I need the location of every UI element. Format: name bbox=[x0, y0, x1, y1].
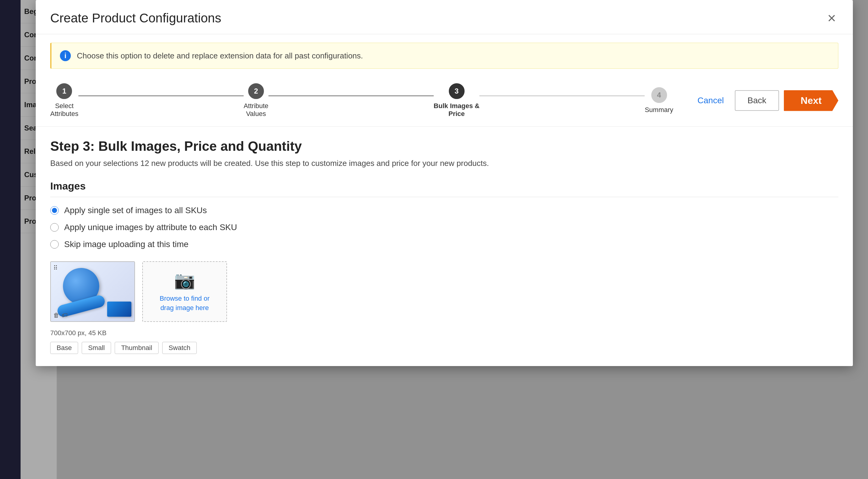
modal-title: Create Product Configurations bbox=[50, 11, 221, 25]
info-icon: i bbox=[60, 50, 71, 61]
step-3: 3 Bulk Images &Price bbox=[434, 83, 480, 118]
drag-handle-icon: ⠿ bbox=[53, 264, 58, 272]
step-1-circle: 1 bbox=[56, 83, 72, 99]
images-section: Images Apply single set of images to all… bbox=[50, 180, 838, 354]
tag-swatch: Swatch bbox=[162, 342, 197, 354]
step-1-label: SelectAttributes bbox=[50, 102, 79, 118]
delete-image-icon[interactable]: 🗑 bbox=[53, 312, 59, 319]
camera-icon: 📷 bbox=[174, 270, 195, 290]
step-line-2 bbox=[269, 95, 434, 96]
stepper: 1 SelectAttributes 2 AttributeValues 3 B… bbox=[50, 83, 673, 118]
radio-label-1: Apply unique images by attribute to each… bbox=[64, 222, 237, 232]
stepper-container: 1 SelectAttributes 2 AttributeValues 3 B… bbox=[36, 77, 853, 126]
step-2-label: AttributeValues bbox=[244, 102, 269, 118]
radio-input-1[interactable] bbox=[50, 223, 59, 232]
step-4-label: Summary bbox=[645, 106, 673, 114]
radio-option-2[interactable]: Skip image uploading at this time bbox=[50, 239, 838, 249]
image-tags: Base Small Thumbnail Swatch bbox=[50, 342, 838, 354]
step-2-circle: 2 bbox=[248, 83, 264, 99]
dark-sidebar bbox=[0, 0, 21, 479]
radio-option-0[interactable]: Apply single set of images to all SKUs bbox=[50, 206, 838, 215]
nav-buttons: Cancel Back Next bbox=[691, 90, 838, 111]
radio-option-1[interactable]: Apply unique images by attribute to each… bbox=[50, 222, 838, 232]
step-4-circle: 4 bbox=[651, 87, 667, 103]
step-description: Based on your selections 12 new products… bbox=[50, 159, 838, 168]
banner-text: Choose this option to delete and replace… bbox=[77, 51, 363, 61]
step-4: 4 Summary bbox=[645, 87, 673, 114]
modal-overlay: Create Product Configurations × i Choose… bbox=[21, 0, 868, 479]
close-button[interactable]: × bbox=[825, 11, 838, 25]
radio-label-0: Apply single set of images to all SKUs bbox=[64, 206, 207, 215]
step-line-3 bbox=[479, 95, 645, 96]
cancel-button[interactable]: Cancel bbox=[691, 91, 730, 110]
modal-dialog: Create Product Configurations × i Choose… bbox=[36, 0, 853, 366]
existing-image-card[interactable]: ⠿ 🗑 🏷 bbox=[50, 261, 135, 322]
tag-base: Base bbox=[50, 342, 78, 354]
upload-image-card[interactable]: 📷 Browse to find or drag image here bbox=[142, 261, 227, 322]
images-section-title: Images bbox=[50, 180, 838, 197]
step-3-circle: 3 bbox=[449, 83, 465, 99]
step-2: 2 AttributeValues bbox=[244, 83, 269, 118]
next-button[interactable]: Next bbox=[784, 90, 838, 111]
radio-label-2: Skip image uploading at this time bbox=[64, 239, 189, 249]
product-image-area: ⠿ 🗑 🏷 bbox=[51, 262, 134, 321]
tag-thumbnail: Thumbnail bbox=[115, 342, 159, 354]
image-meta: 700x700 px, 45 KB bbox=[50, 329, 838, 337]
images-row: ⠿ 🗑 🏷 bbox=[50, 261, 838, 322]
radio-input-2[interactable] bbox=[50, 240, 59, 248]
step-3-label: Bulk Images &Price bbox=[434, 102, 480, 118]
image-info-icon[interactable]: 🏷 bbox=[62, 312, 68, 319]
upload-text: Browse to find or drag image here bbox=[159, 294, 210, 313]
modal-header: Create Product Configurations × bbox=[36, 0, 853, 34]
radio-input-0[interactable] bbox=[50, 206, 59, 215]
product-block-shape bbox=[107, 302, 131, 317]
back-button[interactable]: Back bbox=[735, 90, 779, 111]
step-1: 1 SelectAttributes bbox=[50, 83, 79, 118]
tag-small: Small bbox=[82, 342, 111, 354]
image-radio-group: Apply single set of images to all SKUs A… bbox=[50, 206, 838, 249]
modal-body: Step 3: Bulk Images, Price and Quantity … bbox=[36, 126, 853, 366]
step-line-1 bbox=[79, 95, 244, 96]
info-banner: i Choose this option to delete and repla… bbox=[50, 43, 838, 69]
step-title: Step 3: Bulk Images, Price and Quantity bbox=[50, 139, 838, 154]
